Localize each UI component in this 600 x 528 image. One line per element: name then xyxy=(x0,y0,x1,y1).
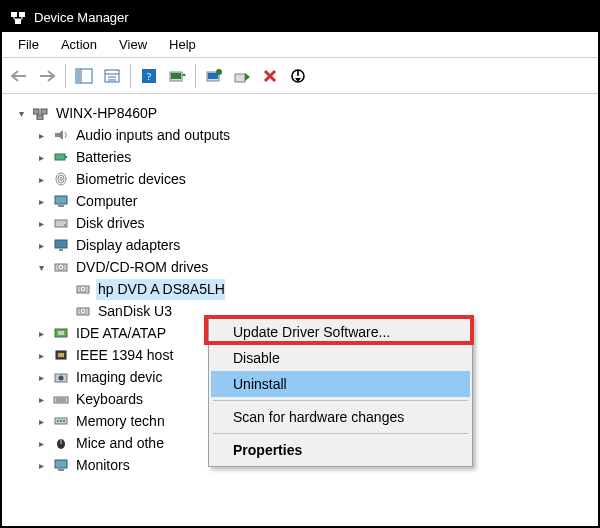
menubar: File Action View Help xyxy=(2,32,598,58)
svg-rect-61 xyxy=(60,420,62,422)
chevron-right-icon[interactable]: ▸ xyxy=(34,326,48,341)
chevron-right-icon[interactable]: ▸ xyxy=(34,436,48,451)
svg-rect-26 xyxy=(33,109,39,114)
svg-point-34 xyxy=(60,177,62,181)
chevron-right-icon[interactable]: ▸ xyxy=(34,150,48,165)
optical-drive-icon xyxy=(74,280,92,298)
ctx-uninstall[interactable]: Uninstall xyxy=(211,371,470,397)
svg-point-46 xyxy=(82,288,84,290)
chevron-right-icon[interactable]: ▸ xyxy=(34,348,48,363)
chevron-right-icon[interactable]: ▸ xyxy=(34,238,48,253)
svg-marker-23 xyxy=(245,73,250,81)
ctx-separator xyxy=(213,433,468,434)
properties-button[interactable] xyxy=(99,62,125,90)
scan-hardware-button[interactable] xyxy=(164,62,190,90)
svg-rect-31 xyxy=(65,156,67,158)
disable-button[interactable] xyxy=(285,62,311,90)
battery-icon xyxy=(52,148,70,166)
svg-rect-1 xyxy=(19,12,25,17)
tree-item-display[interactable]: ▸ Display adapters xyxy=(6,234,594,256)
ctx-scan-hardware[interactable]: Scan for hardware changes xyxy=(211,404,470,430)
chevron-right-icon[interactable]: ▸ xyxy=(34,194,48,209)
tree-item-dvd-hp[interactable]: hp DVD A DS8A5LH xyxy=(6,278,594,300)
tree-label: IEEE 1394 host xyxy=(74,345,173,366)
tree-label: Mice and othe xyxy=(74,433,164,454)
show-hide-console-tree-button[interactable] xyxy=(71,62,97,90)
tree-label: Keyboards xyxy=(74,389,143,410)
chevron-right-icon[interactable]: ▸ xyxy=(34,414,48,429)
optical-drive-icon xyxy=(52,258,70,276)
optical-drive-icon xyxy=(74,302,92,320)
enable-button[interactable] xyxy=(229,62,255,90)
svg-rect-62 xyxy=(63,420,65,422)
toolbar-separator xyxy=(65,64,66,88)
menu-action[interactable]: Action xyxy=(51,35,107,54)
svg-rect-40 xyxy=(59,249,63,251)
monitor-icon xyxy=(52,192,70,210)
help-button[interactable]: ? xyxy=(136,62,162,90)
tree-label: Memory techn xyxy=(74,411,165,432)
tree-label: Display adapters xyxy=(74,235,180,256)
tree-root[interactable]: ▾ WINX-HP8460P xyxy=(6,102,594,124)
tree-label: DVD/CD-ROM drives xyxy=(74,257,208,278)
tree-item-audio[interactable]: ▸ Audio inputs and outputs xyxy=(6,124,594,146)
svg-rect-51 xyxy=(58,331,64,335)
svg-marker-18 xyxy=(182,73,186,76)
update-driver-button[interactable] xyxy=(201,62,227,90)
ctx-properties[interactable]: Properties xyxy=(211,437,470,463)
svg-rect-36 xyxy=(58,205,64,207)
chevron-right-icon[interactable]: ▸ xyxy=(34,370,48,385)
svg-point-38 xyxy=(64,224,66,226)
svg-rect-60 xyxy=(57,420,59,422)
tree-item-biometric[interactable]: ▸ Biometric devices xyxy=(6,168,594,190)
chevron-right-icon[interactable]: ▸ xyxy=(34,172,48,187)
memory-icon xyxy=(52,412,70,430)
speaker-icon xyxy=(52,126,70,144)
tree-item-computer[interactable]: ▸ Computer xyxy=(6,190,594,212)
chevron-right-icon[interactable]: ▸ xyxy=(34,458,48,473)
tree-label: SanDisk U3 xyxy=(96,301,172,322)
tree-label-selected: hp DVD A DS8A5LH xyxy=(96,279,225,300)
ctx-disable[interactable]: Disable xyxy=(211,345,470,371)
mouse-icon xyxy=(52,434,70,452)
svg-marker-29 xyxy=(55,130,63,140)
context-menu: Update Driver Software... Disable Uninst… xyxy=(208,315,473,467)
back-button[interactable] xyxy=(6,62,32,90)
camera-icon xyxy=(52,368,70,386)
svg-rect-65 xyxy=(55,460,67,468)
svg-rect-39 xyxy=(55,240,67,248)
tree-item-dvd[interactable]: ▾ DVD/CD-ROM drives xyxy=(6,256,594,278)
toolbar-separator xyxy=(130,64,131,88)
tree-item-batteries[interactable]: ▸ Batteries xyxy=(6,146,594,168)
chevron-down-icon[interactable]: ▾ xyxy=(34,260,48,275)
svg-rect-9 xyxy=(77,70,80,82)
chevron-down-icon[interactable]: ▾ xyxy=(14,106,28,121)
svg-rect-22 xyxy=(235,74,245,82)
forward-button[interactable] xyxy=(34,62,60,90)
ide-controller-icon xyxy=(52,324,70,342)
keyboard-icon xyxy=(52,390,70,408)
svg-rect-0 xyxy=(11,12,17,17)
ctx-update-driver[interactable]: Update Driver Software... xyxy=(211,319,470,345)
menu-view[interactable]: View xyxy=(109,35,157,54)
svg-point-49 xyxy=(82,310,84,312)
chevron-right-icon[interactable]: ▸ xyxy=(34,216,48,231)
svg-rect-30 xyxy=(55,154,65,160)
chevron-right-icon[interactable]: ▸ xyxy=(34,128,48,143)
menu-file[interactable]: File xyxy=(8,35,49,54)
window-title: Device Manager xyxy=(34,10,129,25)
svg-rect-56 xyxy=(54,397,68,403)
menu-help[interactable]: Help xyxy=(159,35,206,54)
uninstall-button[interactable] xyxy=(257,62,283,90)
toolbar-separator xyxy=(195,64,196,88)
chevron-right-icon[interactable]: ▸ xyxy=(34,392,48,407)
svg-rect-35 xyxy=(55,196,67,204)
svg-rect-27 xyxy=(41,109,47,114)
titlebar: Device Manager xyxy=(2,2,598,32)
tree-label: Batteries xyxy=(74,147,131,168)
svg-rect-66 xyxy=(58,469,64,471)
tree-label: Imaging devic xyxy=(74,367,162,388)
tree-item-disk[interactable]: ▸ Disk drives xyxy=(6,212,594,234)
svg-point-55 xyxy=(59,376,64,381)
tree-label: Disk drives xyxy=(74,213,144,234)
